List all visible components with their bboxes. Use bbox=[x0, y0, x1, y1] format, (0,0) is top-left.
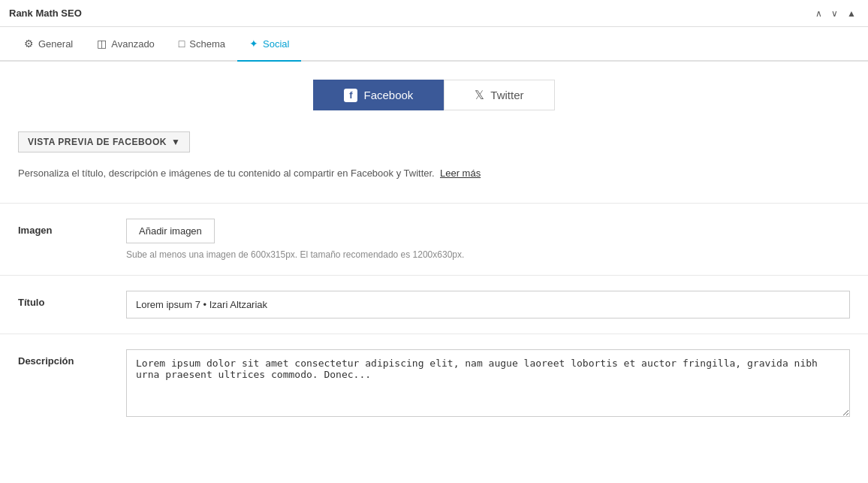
tab-general-label: General bbox=[38, 38, 73, 50]
collapse-down-button[interactable]: ∨ bbox=[828, 7, 841, 20]
chevron-down-icon: ▼ bbox=[171, 137, 180, 147]
tab-avanzado-label: Avanzado bbox=[111, 38, 155, 50]
content-area: f Facebook 𝕏 Twitter VISTA PREVIA DE FAC… bbox=[0, 62, 868, 452]
top-bar-controls: ∧ ∨ ▲ bbox=[812, 7, 859, 20]
vista-previa-area: VISTA PREVIA DE FACEBOOK ▼ bbox=[0, 131, 868, 152]
general-icon: ⚙ bbox=[24, 38, 34, 50]
tab-general[interactable]: ⚙ General bbox=[12, 27, 85, 62]
facebook-icon: f bbox=[344, 89, 357, 102]
top-bar: Rank Math SEO ∧ ∨ ▲ bbox=[0, 0, 868, 27]
twitter-icon: 𝕏 bbox=[475, 88, 484, 102]
descripcion-row: Descripción bbox=[0, 334, 868, 434]
imagen-field: Añadir imagen Sube al menos una imagen d… bbox=[126, 219, 850, 260]
info-text: Personaliza el título, descripción e imá… bbox=[0, 168, 868, 179]
add-image-button[interactable]: Añadir imagen bbox=[126, 219, 215, 243]
descripcion-field bbox=[126, 349, 850, 419]
facebook-tab-label: Facebook bbox=[363, 89, 413, 101]
tab-schema[interactable]: □ Schema bbox=[167, 27, 237, 62]
descripcion-input[interactable] bbox=[126, 349, 850, 417]
avanzado-icon: ◫ bbox=[97, 38, 107, 50]
titulo-input[interactable] bbox=[126, 291, 850, 318]
vista-previa-button[interactable]: VISTA PREVIA DE FACEBOOK ▼ bbox=[18, 131, 190, 152]
twitter-tab[interactable]: 𝕏 Twitter bbox=[444, 80, 554, 110]
social-icon: ✦ bbox=[249, 38, 258, 50]
imagen-label: Imagen bbox=[18, 219, 108, 236]
tab-bar: ⚙ General ◫ Avanzado □ Schema ✦ Social bbox=[0, 27, 868, 62]
descripcion-label: Descripción bbox=[18, 349, 108, 367]
vista-previa-label: VISTA PREVIA DE FACEBOOK bbox=[28, 137, 167, 147]
facebook-tab[interactable]: f Facebook bbox=[313, 80, 444, 110]
tab-social-label: Social bbox=[263, 38, 289, 50]
info-text-content: Personaliza el título, descripción e imá… bbox=[18, 168, 435, 179]
social-platform-tabs: f Facebook 𝕏 Twitter bbox=[0, 80, 868, 110]
titulo-label: Título bbox=[18, 291, 108, 308]
tab-avanzado[interactable]: ◫ Avanzado bbox=[85, 27, 167, 62]
imagen-row: Imagen Añadir imagen Sube al menos una i… bbox=[0, 203, 868, 275]
leer-mas-link[interactable]: Leer más bbox=[440, 168, 481, 179]
twitter-tab-label: Twitter bbox=[490, 89, 523, 101]
collapse-up-button[interactable]: ∧ bbox=[812, 7, 825, 20]
titulo-row: Título bbox=[0, 275, 868, 334]
expand-button[interactable]: ▲ bbox=[844, 7, 859, 20]
tab-schema-label: Schema bbox=[189, 38, 225, 50]
imagen-hint: Sube al menos una imagen de 600x315px. E… bbox=[126, 249, 850, 260]
titulo-field bbox=[126, 291, 850, 318]
tab-social[interactable]: ✦ Social bbox=[237, 27, 301, 62]
app-title: Rank Math SEO bbox=[9, 8, 82, 19]
schema-icon: □ bbox=[179, 38, 185, 50]
